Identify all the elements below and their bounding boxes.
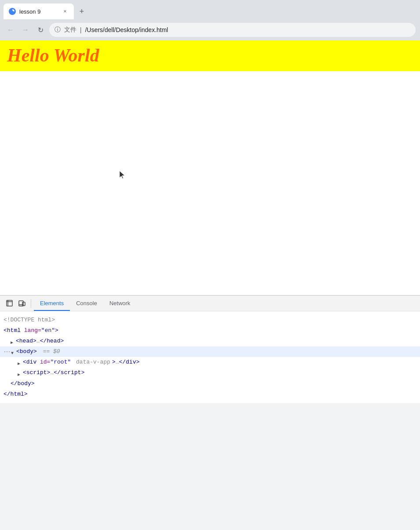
code-line-div-root[interactable]: ▶ <div id= "root" data-v-app > … </div> (0, 357, 420, 368)
address-input-wrap[interactable]: ⓘ 文件 | /Users/dell/Desktop/index.html (49, 23, 416, 37)
tab-elements[interactable]: Elements (34, 296, 70, 311)
svg-rect-7 (22, 302, 25, 306)
div-attr-data: data-v-app (72, 357, 110, 367)
script-close-tag: </script> (54, 368, 84, 378)
head-close-tag: </head> (40, 336, 64, 346)
script-tag: <script> (23, 368, 50, 378)
info-icon: ⓘ (54, 26, 61, 34)
tab-favicon (9, 8, 16, 15)
body-tag: <body> (16, 347, 37, 357)
address-separator: | (80, 26, 82, 33)
html-attr-lang: lang= (24, 326, 41, 335)
address-url: /Users/dell/Desktop/index.html (85, 26, 168, 33)
div-tag-open: <div (23, 357, 40, 367)
mouse-cursor (119, 170, 127, 182)
div-tag-end: > (112, 357, 116, 367)
hello-world-heading: Hello World (7, 45, 99, 66)
browser-viewport: Hello World (0, 40, 420, 295)
triangle-icon-body: ▼ (11, 350, 15, 354)
back-button[interactable]: ← (4, 24, 17, 36)
cursor-icon (6, 300, 13, 307)
tab-console[interactable]: Console (70, 296, 103, 311)
devtools-toolbar: Elements Console Network (0, 296, 420, 311)
device-toggle-button[interactable] (16, 297, 28, 310)
hello-world-banner: Hello World (0, 40, 420, 71)
browser-tab[interactable]: lesson 9 × (4, 4, 74, 19)
div-attr-id-val: "root" (50, 357, 71, 367)
forward-button[interactable]: → (19, 24, 32, 36)
head-ellipsis: … (36, 336, 40, 346)
code-line-doctype: <!DOCTYPE html> (0, 315, 420, 325)
code-line-html-close: </html> (0, 389, 420, 400)
head-tag: <head> (16, 336, 36, 346)
div-ellipsis: … (116, 357, 119, 367)
svg-point-1 (11, 11, 13, 12)
triangle-icon-div: ▶ (18, 360, 22, 364)
code-line-head[interactable]: ▶ <head> … </head> (0, 336, 420, 346)
doctype-text: <!DOCTYPE html> (4, 315, 55, 325)
device-icon (18, 300, 25, 307)
reload-button[interactable]: ↻ (34, 24, 47, 36)
html-close-tag: </html> (4, 389, 28, 399)
div-close-tag: </div> (119, 357, 140, 367)
html-tag-close: > (55, 326, 58, 335)
new-tab-button[interactable]: + (76, 5, 88, 18)
triangle-icon-script: ▶ (18, 371, 22, 375)
address-bar: ← → ↻ ⓘ 文件 | /Users/dell/Desktop/index.h… (0, 19, 420, 40)
script-ellipsis: … (50, 368, 54, 378)
svg-marker-2 (119, 171, 125, 179)
tab-bar: lesson 9 × + (0, 0, 420, 19)
code-line-script[interactable]: ▶ <script> … </script> (0, 368, 420, 378)
triangle-icon-head: ▶ (11, 339, 15, 343)
breadcrumb-dots: ··· (4, 348, 10, 356)
devtools-elements-panel: <!DOCTYPE html> <html lang= "en" > ▶ <he… (0, 311, 420, 403)
browser-chrome: lesson 9 × + ← → ↻ ⓘ 文件 | /Users/dell/De… (0, 0, 420, 40)
tab-title: lesson 9 (19, 8, 58, 15)
tab-network[interactable]: Network (103, 296, 137, 311)
code-line-body[interactable]: ··· ▼ <body> == $0 (0, 346, 420, 357)
tab-close-button[interactable]: × (62, 8, 69, 15)
div-attr-id: id= (40, 357, 50, 367)
svg-rect-3 (7, 300, 12, 306)
code-line-html[interactable]: <html lang= "en" > (0, 325, 420, 336)
toolbar-separator (31, 299, 31, 308)
address-prefix: 文件 (64, 26, 76, 34)
html-attr-val: "en" (41, 326, 55, 335)
body-close-tag: </body> (11, 379, 35, 389)
body-eq-dollar: == $0 (40, 347, 60, 357)
element-picker-button[interactable] (4, 297, 16, 310)
code-line-body-close: </body> (0, 379, 420, 389)
html-tag-open: <html (4, 326, 24, 335)
devtools-tabs: Elements Console Network (34, 296, 137, 311)
devtools-panel: Elements Console Network <!DOCTYPE html>… (0, 295, 420, 403)
